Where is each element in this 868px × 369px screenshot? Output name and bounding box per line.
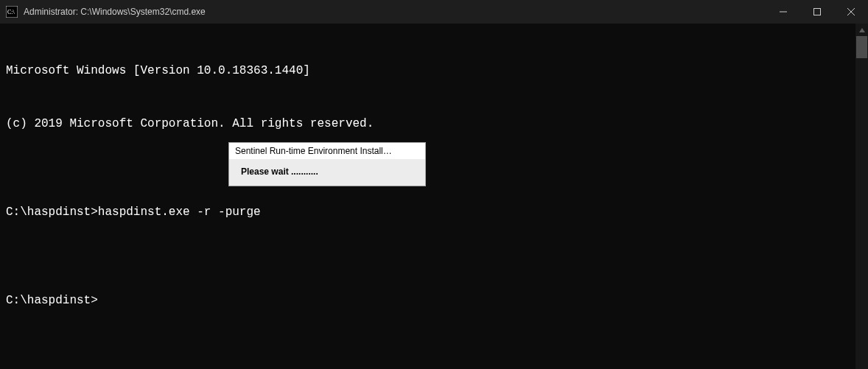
scroll-up-icon[interactable] xyxy=(855,24,868,36)
scrollbar-thumb[interactable] xyxy=(856,36,867,58)
terminal-line: (c) 2019 Microsoft Corporation. All righ… xyxy=(6,115,862,133)
terminal-area[interactable]: Microsoft Windows [Version 10.0.18363.14… xyxy=(0,24,868,369)
terminal-content: Microsoft Windows [Version 10.0.18363.14… xyxy=(0,24,868,348)
terminal-line: Microsoft Windows [Version 10.0.18363.14… xyxy=(6,62,862,80)
svg-text:C:\: C:\ xyxy=(7,9,15,15)
window-titlebar: C:\ Administrator: C:\Windows\System32\c… xyxy=(0,0,868,24)
dialog-message: Please wait ........... xyxy=(229,159,425,186)
dialog-title: Sentinel Run-time Environment Install… xyxy=(229,143,425,159)
window-title: Administrator: C:\Windows\System32\cmd.e… xyxy=(24,7,766,17)
install-dialog: Sentinel Run-time Environment Install… P… xyxy=(228,142,426,186)
close-button[interactable] xyxy=(834,0,868,24)
minimize-button[interactable] xyxy=(766,0,800,24)
cmd-icon: C:\ xyxy=(6,6,18,18)
terminal-line: C:\haspdinst> xyxy=(6,292,862,309)
svg-rect-3 xyxy=(814,9,821,15)
vertical-scrollbar[interactable] xyxy=(855,24,868,369)
maximize-button[interactable] xyxy=(800,0,834,24)
window-controls xyxy=(766,0,868,24)
terminal-line: C:\haspdinst>haspdinst.exe -r -purge xyxy=(6,203,862,221)
